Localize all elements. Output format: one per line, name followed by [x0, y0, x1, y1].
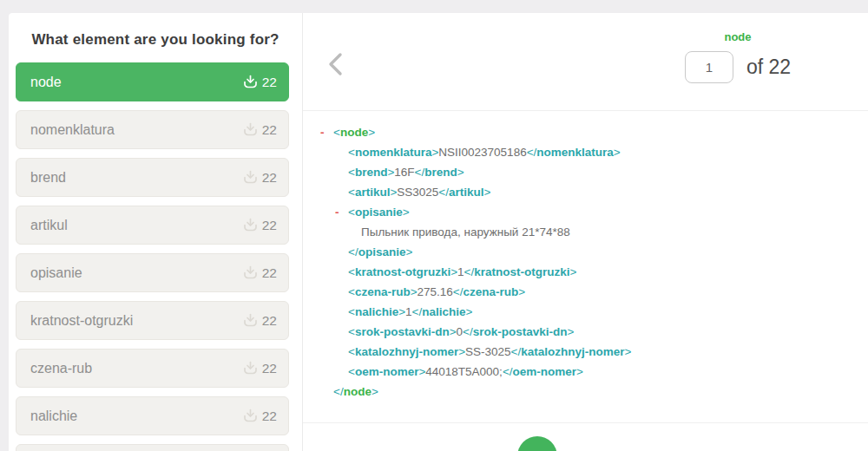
list-item-count: 22	[262, 409, 277, 424]
xml-tag: czena-rub	[463, 285, 518, 298]
download-tray-icon	[243, 122, 258, 137]
bottom-divider	[303, 422, 868, 423]
xml-bracket: <	[348, 305, 355, 318]
list-item-label: czena-rub	[30, 361, 243, 376]
xml-bracket: >	[405, 245, 412, 258]
list-item[interactable]: opisanie 22	[16, 253, 289, 292]
page-number-input[interactable]	[685, 51, 733, 83]
chevron-left-icon[interactable]	[326, 51, 345, 77]
xml-tag: kratnost-otgruzki	[474, 265, 569, 278]
xml-tag: srok-postavki-dn	[473, 325, 568, 338]
list-item-count: 22	[262, 122, 277, 138]
xml-line: </node>	[320, 382, 859, 402]
xml-bracket: <	[348, 206, 355, 219]
list-item[interactable]: czena-rub 22	[16, 349, 289, 388]
xml-value: SS3025	[397, 186, 438, 199]
collapse-toggle-icon[interactable]: -	[335, 202, 348, 222]
xml-bracket: <	[348, 166, 355, 179]
xml-tag: katalozhnyj-nomer	[355, 345, 458, 358]
list-item-label: node	[30, 75, 243, 90]
xml-line: <nomenklatura>NSII0023705186</nomenklatu…	[320, 142, 859, 162]
list-item[interactable]: kratnost-otgruzki 22	[16, 301, 289, 340]
xml-bracket: >	[403, 206, 410, 219]
download-tray-icon	[243, 75, 258, 89]
pager: node of 22	[681, 30, 794, 83]
xml-line: -<opisanie>	[320, 202, 859, 222]
xml-bracket: >	[484, 186, 491, 199]
xml-bracket: </	[438, 186, 449, 199]
xml-value: 275.16	[418, 285, 453, 298]
xml-bracket: >	[368, 126, 375, 139]
xml-bracket: >	[466, 305, 473, 318]
xml-bracket: <	[348, 186, 355, 199]
xml-line: <nalichie>1</nalichie>	[320, 302, 859, 322]
xml-code: -<node><nomenklatura>NSII0023705186</nom…	[320, 122, 859, 402]
list-item-count: 22	[262, 265, 277, 281]
xml-value: NSII0023705186	[438, 146, 526, 159]
xml-bracket: <	[348, 365, 355, 378]
xml-bracket: >	[458, 345, 465, 358]
xml-bracket: >	[398, 305, 405, 318]
xml-tag: artikul	[355, 186, 391, 199]
list-item[interactable]: nalichie 22	[16, 396, 289, 435]
download-tray-icon	[243, 361, 258, 376]
xml-bracket: >	[411, 285, 418, 298]
list-item-label: opisanie	[30, 265, 243, 281]
list-item[interactable]: artikul 22	[16, 206, 289, 245]
xml-line: -<node>	[320, 122, 859, 142]
list-item[interactable]: brend 22	[16, 158, 289, 197]
xml-bracket: <	[348, 265, 355, 278]
element-list: node 22 nomenklatura 22 brend 22 artikul	[9, 62, 302, 451]
pager-element-label: node	[724, 30, 751, 43]
xml-tag: czena-rub	[355, 285, 411, 298]
xml-value: Пыльник привода, наружный 21*74*88	[361, 226, 570, 239]
xml-bracket: <	[348, 285, 355, 298]
xml-value: 0	[457, 325, 464, 338]
xml-bracket: >	[372, 385, 378, 398]
list-item-label: kratnost-otgruzki	[30, 313, 243, 329]
xml-root-tag: node	[344, 385, 372, 398]
download-tray-icon	[243, 313, 258, 328]
list-item-count: 22	[262, 75, 277, 90]
collapse-toggle-icon[interactable]: -	[320, 122, 333, 142]
xml-bracket: </	[412, 305, 423, 318]
list-item-count: 22	[262, 218, 277, 233]
xml-tag: artikul	[449, 186, 484, 199]
xml-value: 1	[405, 305, 412, 318]
xml-bracket: >	[576, 365, 583, 378]
xml-bracket: <	[348, 146, 355, 159]
xml-bracket: >	[450, 265, 457, 278]
download-tray-icon	[243, 265, 258, 280]
xml-bracket: <	[348, 325, 355, 338]
xml-value: 1	[457, 265, 464, 278]
xml-tag: oem-nomer	[513, 365, 577, 378]
xml-bracket: </	[463, 325, 473, 338]
xml-value: 44018T5A000;	[425, 365, 503, 378]
fab-button[interactable]	[517, 436, 557, 451]
xml-tag: nalichie	[355, 305, 398, 318]
xml-tag: opisanie	[355, 206, 403, 219]
xml-line: <czena-rub>275.16</czena-rub>	[320, 282, 859, 302]
xml-bracket: </	[415, 166, 425, 179]
xml-bracket: </	[527, 146, 537, 159]
xml-line: Пыльник привода, наружный 21*74*88	[320, 222, 859, 242]
xml-bracket: >	[518, 285, 525, 298]
xml-bracket: </	[348, 245, 358, 258]
list-item[interactable]: node 22	[16, 62, 289, 101]
download-tray-icon	[243, 170, 258, 185]
download-tray-icon	[243, 409, 258, 423]
list-item-label: nalichie	[30, 409, 243, 424]
content-header: node of 22	[303, 13, 868, 111]
xml-line: <kratnost-otgruzki>1</kratnost-otgruzki>	[320, 262, 859, 282]
xml-bracket: </	[511, 345, 522, 358]
download-tray-icon	[243, 218, 258, 232]
xml-tag: brend	[355, 166, 388, 179]
content-panel: node of 22 -<node><nomenklatura>NSII0023…	[302, 13, 868, 451]
xml-value: 16F	[394, 166, 414, 179]
xml-value: SS-3025	[465, 345, 511, 358]
list-item-label: brend	[30, 170, 243, 186]
xml-tag: nalichie	[422, 305, 465, 318]
list-item-partial[interactable]	[16, 444, 289, 451]
list-item[interactable]: nomenklatura 22	[16, 110, 289, 149]
xml-bracket: >	[457, 166, 464, 179]
